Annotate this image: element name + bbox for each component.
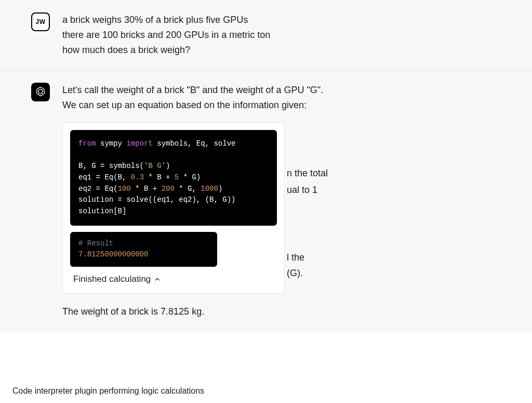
- code-input-block: from sympy import symbols, Eq, solve B, …: [70, 130, 277, 226]
- bg-text-fragment: (G).: [287, 266, 303, 281]
- figure-caption: Code interpreter plugin performing logic…: [12, 386, 204, 396]
- user-message-text: a brick weighs 30% of a brick plus five …: [62, 12, 501, 57]
- user-initials: JW: [36, 18, 46, 25]
- code-interpreter-card: from sympy import symbols, Eq, solve B, …: [62, 122, 285, 294]
- user-line-1: a brick weighs 30% of a brick plus five …: [62, 12, 501, 28]
- assistant-intro: Let's call the weight of a brick "B" and…: [62, 83, 332, 113]
- user-line-3: how much does a brick weigh?: [62, 43, 501, 58]
- chevron-up-icon: [154, 276, 161, 283]
- user-message-block: JW a brick weighs 30% of a brick plus fi…: [0, 0, 532, 70]
- code-result-block: # Result 7.81250000000000: [70, 232, 217, 267]
- user-line-2: there are 100 bricks and 200 GPUs in a m…: [62, 28, 501, 43]
- assistant-final-answer: The weight of a brick is 7.8125 kg.: [62, 304, 501, 319]
- openai-logo-icon: [35, 86, 46, 99]
- bg-text-fragment: ual to 1: [287, 183, 317, 198]
- bg-text-fragment: n the total: [287, 166, 328, 181]
- assistant-message-block: Let's call the weight of a brick "B" and…: [0, 70, 532, 332]
- bg-text-fragment: l the: [287, 250, 304, 265]
- calculation-status-toggle[interactable]: Finished calculating: [70, 270, 277, 288]
- assistant-avatar: [31, 83, 50, 101]
- chat-container: JW a brick weighs 30% of a brick plus fi…: [0, 0, 532, 332]
- user-avatar: JW: [31, 12, 50, 31]
- assistant-message-content: Let's call the weight of a brick "B" and…: [62, 83, 501, 319]
- status-label: Finished calculating: [73, 272, 151, 286]
